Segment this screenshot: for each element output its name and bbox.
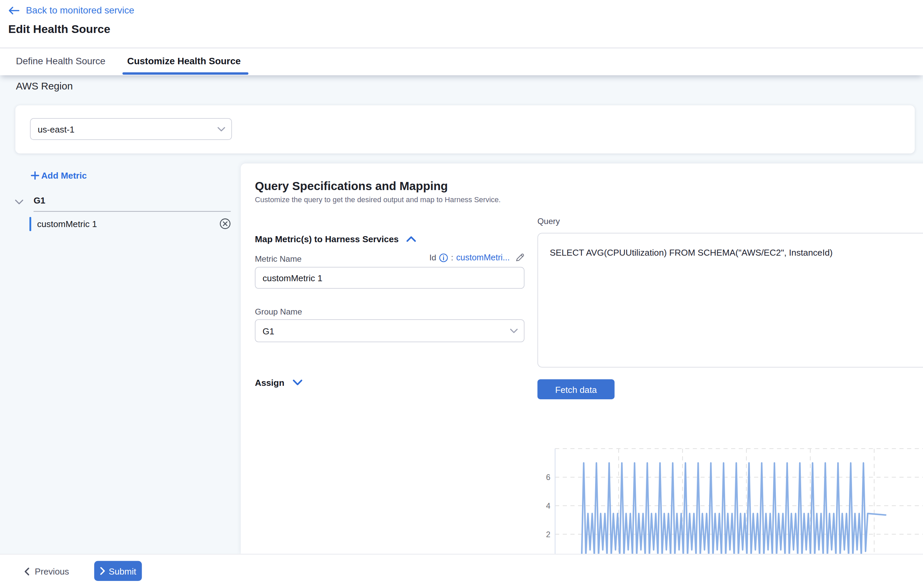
id-colon: :: [451, 253, 453, 262]
back-link[interactable]: Back to monitored service: [8, 5, 134, 16]
aws-region-value: us-east-1: [38, 124, 74, 134]
query-text: SELECT AVG(CPUUtilization) FROM SCHEMA("…: [550, 247, 833, 258]
metric-group-label: G1: [34, 195, 46, 205]
tab-bar: Define Health Source Customize Health So…: [0, 49, 923, 75]
group-name-value: G1: [263, 326, 274, 336]
previous-button-label: Previous: [34, 566, 69, 576]
chevron-down-icon: [510, 328, 518, 333]
metric-name-field-head: Metric Name Id : customMetri...: [255, 253, 524, 265]
chevron-left-icon: [24, 567, 30, 575]
tab-define-health-source[interactable]: Define Health Source: [16, 56, 105, 66]
metric-list-item[interactable]: customMetric 1: [26, 216, 231, 233]
metric-name-input[interactable]: [255, 267, 524, 289]
group-name-select[interactable]: G1: [255, 319, 524, 342]
fetch-data-button[interactable]: Fetch data: [537, 379, 615, 399]
assign-section-toggle[interactable]: Assign: [255, 377, 302, 388]
chevron-up-icon: [406, 236, 416, 242]
submit-button[interactable]: Submit: [94, 561, 142, 581]
map-metrics-section-label: Map Metric(s) to Harness Services: [255, 234, 399, 244]
page-header: Back to monitored service Edit Health So…: [0, 0, 923, 48]
svg-text:6: 6: [546, 473, 550, 482]
aws-region-label: AWS Region: [16, 80, 73, 92]
query-label: Query: [537, 216, 560, 226]
chevron-down-icon: [292, 379, 302, 385]
remove-metric-icon[interactable]: [220, 218, 231, 229]
chart-canvas: 246: [530, 442, 923, 554]
id-label: Id: [429, 253, 436, 262]
aws-region-card: us-east-1: [15, 105, 915, 153]
submit-button-label: Submit: [109, 566, 136, 576]
footer-bar: Previous Submit: [0, 554, 923, 588]
assign-section-label: Assign: [255, 377, 284, 388]
group-collapse-chevron-icon[interactable]: [15, 200, 23, 205]
tab-customize-health-source[interactable]: Customize Health Source: [127, 56, 241, 66]
metric-name-label: Metric Name: [255, 254, 302, 264]
group-divider: [34, 211, 231, 212]
svg-text:4: 4: [546, 501, 550, 510]
add-metric-button[interactable]: Add Metric: [31, 170, 87, 181]
group-name-label: Group Name: [255, 307, 302, 316]
selected-indicator-bar: [29, 217, 31, 231]
svg-text:2: 2: [546, 530, 550, 539]
panel-subtitle: Customize the query to get the desired o…: [255, 196, 501, 204]
query-specifications-panel: Query Specifications and Mapping Customi…: [241, 164, 923, 554]
chevron-down-icon: [217, 126, 225, 132]
map-metrics-section-toggle[interactable]: Map Metric(s) to Harness Services: [255, 234, 416, 244]
previous-button[interactable]: Previous: [24, 562, 69, 581]
metric-id-value-link[interactable]: customMetri...: [456, 253, 510, 262]
back-arrow-icon: [8, 7, 19, 15]
info-icon[interactable]: [439, 253, 448, 262]
back-link-label: Back to monitored service: [26, 5, 134, 16]
content-area: AWS Region us-east-1 Add Metric G1 custo…: [0, 75, 923, 554]
metric-preview-chart: 246: [530, 442, 923, 554]
metric-id-row: Id : customMetri...: [429, 253, 524, 262]
panel-title: Query Specifications and Mapping: [255, 179, 448, 193]
add-metric-label: Add Metric: [41, 170, 87, 181]
page-title: Edit Health Source: [8, 22, 110, 36]
chevron-right-icon: [100, 567, 105, 575]
edit-pencil-icon[interactable]: [515, 253, 524, 262]
plus-icon: [31, 171, 39, 180]
edit-health-source-screen: Back to monitored service Edit Health So…: [0, 0, 923, 588]
active-tab-indicator: [123, 72, 248, 75]
metric-item-label: customMetric 1: [37, 219, 97, 229]
query-editor[interactable]: SELECT AVG(CPUUtilization) FROM SCHEMA("…: [537, 233, 923, 367]
aws-region-select[interactable]: us-east-1: [30, 118, 232, 140]
